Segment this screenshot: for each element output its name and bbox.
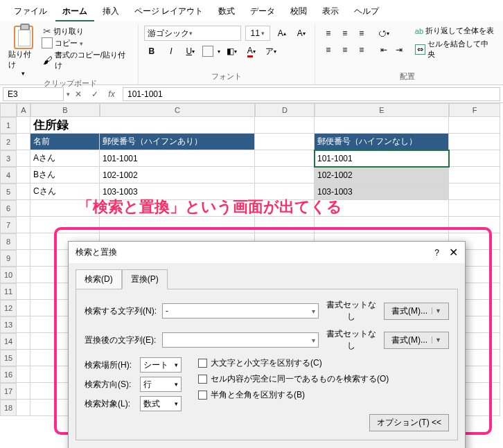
find-what-input[interactable]: -▾ bbox=[162, 303, 319, 319]
cancel-edit-button[interactable]: ✕ bbox=[70, 89, 87, 99]
col-header[interactable]: E bbox=[315, 103, 449, 117]
copy-button[interactable]: コピー ▾ bbox=[43, 38, 132, 48]
align-center-button[interactable]: ≡ bbox=[337, 42, 353, 57]
row-header[interactable]: 17 bbox=[0, 383, 17, 400]
cell[interactable] bbox=[17, 134, 30, 150]
col-header[interactable]: A bbox=[17, 103, 30, 117]
increase-indent-button[interactable]: ⇥ bbox=[391, 42, 407, 57]
cell[interactable] bbox=[255, 167, 315, 183]
cell[interactable] bbox=[17, 183, 30, 200]
cell[interactable] bbox=[449, 200, 500, 217]
paste-button[interactable]: 貼り付け ▾ bbox=[8, 26, 39, 77]
cell[interactable]: 102-1002 bbox=[100, 167, 255, 183]
cell[interactable]: Cさん bbox=[30, 183, 100, 200]
formula-input[interactable] bbox=[123, 87, 500, 101]
cell-header-name[interactable]: 名前 bbox=[30, 134, 100, 150]
cell[interactable] bbox=[17, 283, 30, 300]
cell[interactable] bbox=[449, 183, 500, 200]
select-all-corner[interactable] bbox=[0, 103, 17, 117]
cell[interactable] bbox=[17, 267, 30, 283]
font-color-button[interactable]: A▾ bbox=[244, 44, 259, 59]
match-entire-checkbox[interactable]: セル内容が完全に同一であるものを検索する(O) bbox=[198, 373, 389, 385]
menu-insert[interactable]: 挿入 bbox=[96, 3, 126, 21]
col-header[interactable]: C bbox=[100, 103, 255, 117]
cell[interactable] bbox=[17, 200, 30, 217]
cell[interactable] bbox=[100, 200, 255, 217]
row-header[interactable]: 14 bbox=[0, 333, 17, 350]
cell-header-zip-nohyphen[interactable]: 郵便番号（ハイフンなし） bbox=[315, 134, 449, 150]
align-left-button[interactable]: ≡ bbox=[321, 42, 336, 57]
cell[interactable]: Bさん bbox=[30, 167, 100, 183]
match-width-checkbox[interactable]: 半角と全角を区別する(B) bbox=[198, 389, 389, 401]
col-header[interactable]: B bbox=[30, 103, 100, 117]
cell[interactable] bbox=[17, 383, 30, 400]
row-header[interactable]: 3 bbox=[0, 150, 17, 167]
find-format-button[interactable]: 書式(M)...▼ bbox=[384, 303, 449, 320]
cell[interactable] bbox=[315, 117, 449, 134]
font-size-select[interactable]: 11▾ bbox=[245, 26, 270, 41]
cell[interactable] bbox=[30, 200, 100, 217]
menu-help[interactable]: ヘルプ bbox=[347, 3, 386, 21]
wrap-text-button[interactable]: ab 折り返して全体を表 bbox=[415, 26, 495, 36]
cell-header-zip-hyphen[interactable]: 郵便番号（ハイフンあり） bbox=[100, 134, 255, 150]
row-header[interactable]: 18 bbox=[0, 400, 17, 416]
cell[interactable] bbox=[255, 200, 315, 217]
cell[interactable] bbox=[255, 183, 315, 200]
menu-view[interactable]: 表示 bbox=[315, 3, 346, 21]
row-header[interactable]: 10 bbox=[0, 267, 17, 283]
font-name-select[interactable]: 游ゴシック▾ bbox=[144, 26, 241, 41]
row-header[interactable]: 2 bbox=[0, 134, 17, 150]
cell[interactable] bbox=[449, 217, 500, 233]
cell[interactable] bbox=[17, 167, 30, 183]
cell-title[interactable]: 住所録 bbox=[30, 117, 100, 134]
cell[interactable] bbox=[449, 167, 500, 183]
tab-replace[interactable]: 置換(P) bbox=[122, 269, 168, 289]
row-header[interactable]: 7 bbox=[0, 217, 17, 233]
cell[interactable]: 101-1001 bbox=[100, 150, 255, 167]
cell-selected[interactable]: 103-1003 bbox=[315, 183, 449, 200]
insert-function-button[interactable]: fx bbox=[103, 89, 120, 99]
format-painter-button[interactable]: 🖌 書式のコピー/貼り付け bbox=[43, 50, 132, 71]
grow-font-button[interactable]: A▴ bbox=[274, 26, 290, 41]
cell[interactable]: Aさん bbox=[30, 150, 100, 167]
row-header[interactable]: 16 bbox=[0, 366, 17, 383]
cell[interactable]: 103-1003 bbox=[100, 183, 255, 200]
row-header[interactable]: 11 bbox=[0, 283, 17, 300]
row-header[interactable]: 4 bbox=[0, 167, 17, 183]
lookin-select[interactable]: 数式▾ bbox=[140, 396, 182, 411]
align-middle-button[interactable]: ≡ bbox=[337, 26, 353, 41]
italic-button[interactable]: I bbox=[164, 44, 179, 59]
row-header[interactable]: 9 bbox=[0, 250, 17, 267]
cell[interactable] bbox=[17, 233, 30, 250]
cell[interactable] bbox=[17, 300, 30, 316]
menu-data[interactable]: データ bbox=[243, 3, 282, 21]
cell[interactable] bbox=[17, 400, 30, 416]
decrease-indent-button[interactable]: ⇤ bbox=[376, 42, 391, 57]
cell[interactable] bbox=[255, 117, 315, 134]
cell[interactable] bbox=[449, 134, 500, 150]
border-button[interactable] bbox=[202, 46, 213, 57]
cell[interactable] bbox=[315, 217, 449, 233]
phonetic-button[interactable]: ア▾ bbox=[263, 44, 279, 59]
row-header[interactable]: 12 bbox=[0, 300, 17, 316]
col-header[interactable]: F bbox=[449, 103, 500, 117]
cell[interactable] bbox=[255, 150, 315, 167]
row-header[interactable]: 1 bbox=[0, 117, 17, 134]
align-right-button[interactable]: ≡ bbox=[354, 42, 369, 57]
cell[interactable] bbox=[17, 150, 30, 167]
cell-selected[interactable]: 102-1002 bbox=[315, 167, 449, 183]
cell[interactable] bbox=[449, 117, 500, 134]
shrink-font-button[interactable]: A▾ bbox=[294, 26, 309, 41]
cell[interactable] bbox=[17, 117, 30, 134]
options-toggle-button[interactable]: オプション(T) << bbox=[369, 414, 449, 431]
align-top-button[interactable]: ≡ bbox=[321, 26, 336, 41]
cell[interactable] bbox=[255, 134, 315, 150]
cell[interactable] bbox=[255, 217, 315, 233]
enter-edit-button[interactable]: ✓ bbox=[87, 89, 103, 99]
merge-center-button[interactable]: ⇔ セルを結合して中央 bbox=[415, 39, 495, 60]
dialog-titlebar[interactable]: 検索と置換 ? ✕ bbox=[69, 242, 465, 263]
bold-button[interactable]: B bbox=[144, 44, 159, 59]
menu-pagelayout[interactable]: ページ レイアウト bbox=[127, 3, 210, 21]
row-header[interactable]: 15 bbox=[0, 350, 17, 366]
cell[interactable] bbox=[17, 333, 30, 350]
